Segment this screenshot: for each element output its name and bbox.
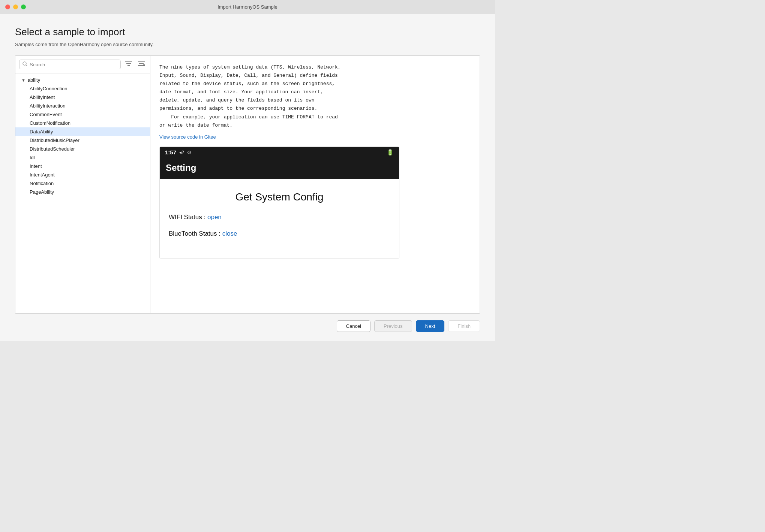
tree-item[interactable]: PageAbility [15, 188, 150, 196]
search-icon [22, 61, 27, 67]
next-button[interactable]: Next [416, 320, 445, 332]
search-input-wrap [19, 60, 121, 69]
phone-header: Setting [160, 158, 399, 179]
filter-button-2[interactable] [136, 60, 146, 69]
status-wifi-icon: ◂? [179, 150, 184, 155]
minimize-button[interactable] [13, 4, 18, 9]
description-text: The nine types of system setting data (T… [159, 63, 471, 130]
tree-item[interactable]: CustomNotification [15, 119, 150, 127]
close-button[interactable] [5, 4, 10, 9]
page-subtitle: Samples come from the OpenHarmony open s… [15, 42, 480, 47]
maximize-button[interactable] [21, 4, 26, 9]
tree-children: AbilityConnectionAbilityIntentAbilityInt… [15, 84, 150, 196]
left-panel: ▼ ability AbilityConnectionAbilityIntent… [15, 56, 150, 313]
bottom-bar: Cancel Previous Next Finish [15, 314, 480, 333]
phone-header-title: Setting [166, 163, 393, 173]
svg-line-1 [26, 65, 27, 66]
tree-item[interactable]: DistributedScheduler [15, 145, 150, 153]
status-left: 1:57 ◂? ⊙ [165, 149, 191, 155]
page-title: Select a sample to import [15, 26, 480, 38]
cancel-button[interactable]: Cancel [337, 320, 370, 332]
phone-wifi-row: WIFI Status : open [169, 214, 390, 221]
tree-parent-ability[interactable]: ▼ ability [15, 76, 150, 84]
titlebar-buttons [5, 4, 26, 9]
filter-button-1[interactable] [124, 60, 134, 69]
gitee-link[interactable]: View source code in Gitee [159, 134, 471, 140]
wifi-value: open [207, 214, 222, 221]
tree-item[interactable]: DataAbility [15, 127, 150, 136]
tree-item[interactable]: AbilityConnection [15, 84, 150, 93]
main-window: Select a sample to import Samples come f… [0, 14, 495, 341]
status-signal-icon: ⊙ [187, 149, 191, 155]
tree-arrow-icon: ▼ [21, 78, 26, 82]
tree-item[interactable]: IntentAgent [15, 170, 150, 179]
previous-button: Previous [374, 320, 412, 332]
tree-item[interactable]: DistributedMusicPlayer [15, 136, 150, 145]
bluetooth-label: BlueTooth Status : [169, 230, 222, 237]
finish-button: Finish [448, 320, 480, 332]
tree-item[interactable]: AbilityInteraction [15, 102, 150, 110]
search-bar [15, 56, 150, 73]
bluetooth-value: close [222, 230, 237, 237]
content-area: ▼ ability AbilityConnectionAbilityIntent… [15, 55, 480, 314]
tree-item[interactable]: CommonEvent [15, 110, 150, 119]
window-title: Import HarmonyOS Sample [218, 4, 278, 10]
status-time: 1:57 [165, 149, 176, 155]
tree-item[interactable]: Intent [15, 162, 150, 170]
phone-status-bar: 1:57 ◂? ⊙ 🔋 [160, 147, 399, 158]
tree-item[interactable]: Idl [15, 153, 150, 162]
tree-item[interactable]: AbilityIntent [15, 93, 150, 102]
wifi-label: WIFI Status : [169, 214, 207, 221]
tree-parent-label: ability [28, 77, 40, 83]
phone-body: Get System Config WIFI Status : open Blu… [160, 179, 399, 259]
phone-mockup: 1:57 ◂? ⊙ 🔋 Setting Get System Config WI… [159, 146, 399, 259]
tree-area: ▼ ability AbilityConnectionAbilityIntent… [15, 73, 150, 313]
right-panel: The nine types of system setting data (T… [150, 56, 480, 313]
search-input[interactable] [30, 62, 117, 67]
phone-main-title: Get System Config [169, 191, 390, 203]
tree-item[interactable]: Notification [15, 179, 150, 188]
phone-bluetooth-row: BlueTooth Status : close [169, 230, 390, 238]
status-battery-icon: 🔋 [387, 149, 394, 156]
titlebar: Import HarmonyOS Sample [0, 0, 495, 14]
